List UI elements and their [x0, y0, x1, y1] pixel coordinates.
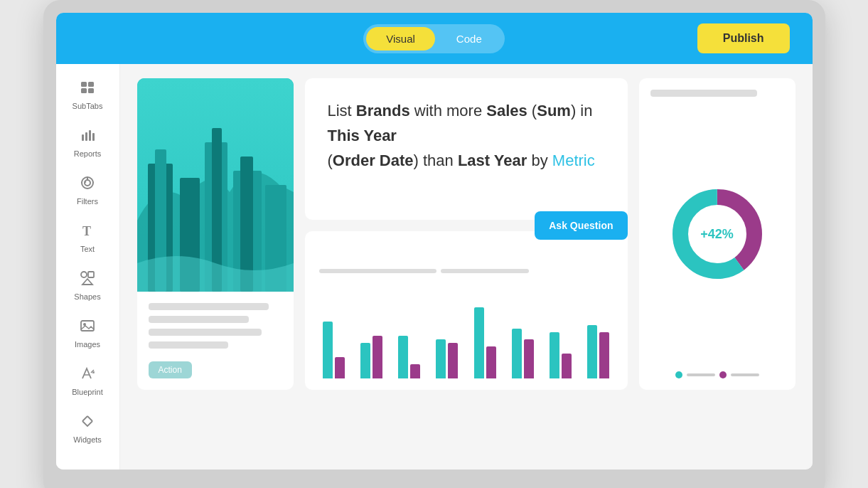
image-card: Action	[137, 78, 294, 390]
bar-teal-5	[474, 307, 484, 378]
svg-rect-2	[81, 88, 87, 93]
image-card-text: Action	[137, 292, 294, 390]
top-bar: Visual Code Publish	[56, 13, 813, 64]
ask-question-button[interactable]: Ask Question	[535, 211, 627, 240]
action-badge[interactable]: Action	[149, 361, 192, 378]
bar-purple-4	[448, 343, 458, 378]
donut-chart: +42%	[668, 184, 767, 284]
svg-marker-14	[82, 279, 92, 285]
question-text: List Brands with more Sales (Sum) in Thi…	[328, 98, 605, 174]
bar-group-2	[360, 336, 382, 378]
main-area: SubTabs Reports	[56, 64, 813, 470]
sidebar-item-filters-label: Filters	[77, 197, 98, 206]
sidebar-item-shapes[interactable]: Shapes	[59, 263, 116, 308]
content-grid: Action List Brands with more Sales (Sum)…	[137, 78, 795, 390]
donut-chart-card: +42%	[639, 78, 795, 390]
svg-rect-3	[88, 88, 94, 93]
bar-teal-3	[398, 336, 408, 378]
legend-line-2	[731, 373, 759, 376]
q-bold-sales: Sales	[486, 102, 527, 120]
q-metric-link[interactable]: Metric	[552, 152, 595, 169]
bar-group-8	[587, 325, 609, 378]
svg-rect-6	[89, 130, 91, 141]
q-bold-sum: Sum	[537, 102, 571, 120]
q-bold-orderdate: Order Date	[333, 152, 414, 169]
q-text-2: with more	[410, 102, 487, 120]
q-text-3: (	[527, 102, 537, 120]
laptop-frame: Visual Code Publish	[43, 0, 825, 488]
svg-point-9	[85, 180, 90, 186]
sidebar-item-shapes-label: Shapes	[74, 292, 100, 301]
laptop-screen: Visual Code Publish	[56, 13, 813, 470]
svg-rect-0	[81, 82, 87, 87]
sidebar-item-text[interactable]: T Text	[59, 216, 116, 260]
shapes-icon	[80, 270, 95, 290]
bar-group-3	[398, 336, 420, 378]
q-bold-thisyear: This Year	[328, 127, 397, 144]
bar-purple-7	[562, 354, 572, 378]
sidebar-item-blueprint[interactable]: Blueprint	[59, 359, 116, 403]
tab-visual[interactable]: Visual	[366, 27, 435, 51]
sidebar-item-images[interactable]: Images	[59, 311, 116, 356]
svg-rect-5	[85, 132, 87, 141]
bar-purple-5	[486, 346, 496, 378]
subtabs-icon	[80, 80, 95, 99]
image-card-visual	[137, 78, 294, 292]
bar-purple-8	[599, 332, 609, 378]
sidebar: SubTabs Reports	[56, 64, 120, 470]
view-tab-group: Visual Code	[363, 24, 504, 53]
images-icon	[80, 318, 95, 337]
filters-icon	[80, 175, 95, 194]
q-text-1: List	[328, 102, 356, 120]
sidebar-item-blueprint-label: Blueprint	[72, 388, 102, 396]
text-icon: T	[80, 223, 95, 242]
q-bold-brands: Brands	[356, 102, 410, 120]
bar-purple-1	[335, 357, 345, 378]
sidebar-item-text-label: Text	[80, 245, 95, 253]
bar-group-5	[474, 307, 496, 378]
q-bold-lastyear: Last Year	[458, 152, 527, 169]
publish-button[interactable]: Publish	[697, 23, 790, 53]
svg-rect-13	[88, 272, 94, 277]
svg-text:T: T	[82, 224, 91, 238]
q-text-4: ) in	[571, 102, 593, 120]
bar-purple-3	[410, 364, 420, 378]
legend-line-1	[687, 373, 715, 376]
text-placeholder-2	[149, 316, 249, 323]
bar-teal-6	[512, 329, 522, 378]
legend-dot-purple	[719, 371, 727, 378]
donut-value-label: +42%	[700, 227, 734, 242]
sidebar-item-filters[interactable]: Filters	[59, 168, 116, 213]
sidebar-item-reports[interactable]: Reports	[59, 120, 116, 165]
svg-rect-1	[88, 82, 94, 87]
bar-teal-7	[550, 332, 559, 378]
bar-group-6	[512, 329, 534, 378]
bar-group-7	[550, 332, 572, 378]
widgets-icon	[80, 413, 95, 433]
content-area: Action List Brands with more Sales (Sum)…	[120, 64, 813, 470]
sidebar-item-reports-label: Reports	[74, 149, 102, 158]
svg-rect-15	[81, 321, 94, 331]
bar-purple-2	[373, 336, 382, 378]
donut-legend	[675, 371, 759, 378]
text-placeholder-1	[149, 303, 269, 310]
q-text-6: ) than	[414, 152, 458, 169]
bar-purple-6	[524, 339, 534, 378]
sidebar-item-images-label: Images	[75, 340, 100, 349]
question-card: List Brands with more Sales (Sum) in Thi…	[305, 78, 628, 220]
sidebar-item-subtabs[interactable]: SubTabs	[59, 73, 116, 117]
sidebar-item-widgets-label: Widgets	[73, 435, 102, 444]
bar-group-4	[436, 339, 458, 378]
tab-code[interactable]: Code	[436, 27, 502, 51]
blueprint-icon	[80, 366, 95, 385]
reports-icon	[80, 127, 95, 147]
donut-title-line-1	[650, 90, 757, 97]
donut-header	[650, 90, 784, 102]
bar-teal-8	[587, 325, 597, 378]
q-text-5: (	[328, 152, 333, 169]
bar-teal-4	[436, 339, 446, 378]
svg-point-12	[81, 272, 87, 277]
bar-teal-2	[360, 343, 370, 378]
sidebar-item-widgets[interactable]: Widgets	[59, 406, 116, 451]
text-placeholder-4	[149, 341, 229, 349]
